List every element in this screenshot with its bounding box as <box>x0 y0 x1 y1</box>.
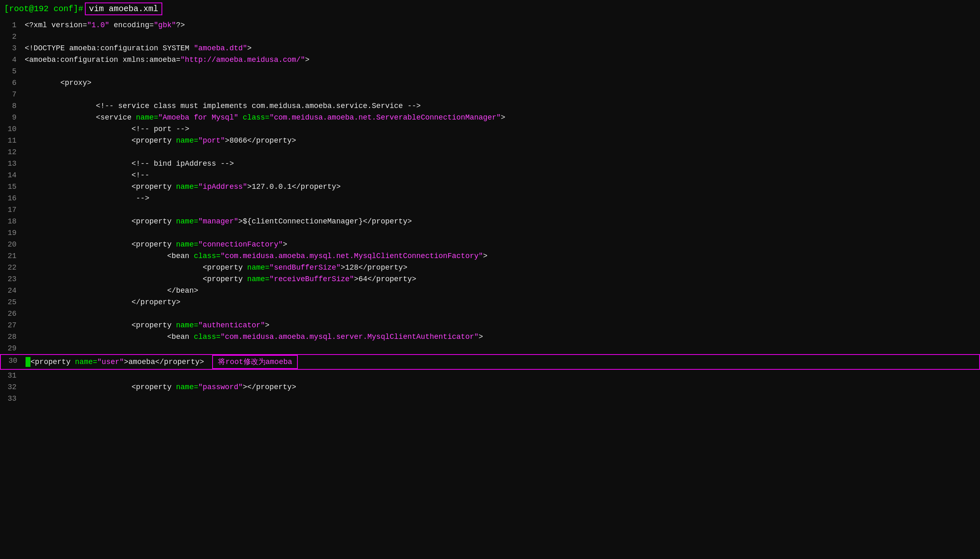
line-12: 12 <box>0 146 980 158</box>
line-25: 25 </property> <box>0 296 980 308</box>
line-19: 19 <box>0 227 980 239</box>
prompt-text: [root@192 conf]# <box>4 4 83 14</box>
line-23: 23 <property name="receiveBufferSize">64… <box>0 273 980 285</box>
command-box: vim amoeba.xml <box>85 2 162 15</box>
line-8: 8 <!-- service class must implements com… <box>0 100 980 112</box>
line-1: 1 <?xml version="1.0" encoding="gbk"?> <box>0 19 980 31</box>
line-7: 7 <box>0 89 980 100</box>
line-3: 3 <!DOCTYPE amoeba:configuration SYSTEM … <box>0 42 980 54</box>
annotation-box: 将root修改为amoeba <box>212 355 298 369</box>
line-11: 11 <property name="port">8066</property> <box>0 135 980 146</box>
line-22: 22 <property name="sendBufferSize">128</… <box>0 262 980 273</box>
line-13: 13 <!-- bind ipAddress --> <box>0 158 980 169</box>
line-5: 5 <box>0 66 980 77</box>
line-16: 16 --> <box>0 193 980 204</box>
line-30-highlighted: 30 <property name="user">amoeba</propert… <box>0 354 980 370</box>
line-28: 28 <bean class="com.meidusa.amoeba.mysql… <box>0 331 980 343</box>
line-26: 26 <box>0 308 980 319</box>
line-10: 10 <!-- port --> <box>0 123 980 135</box>
line-32: 32 <property name="password"></property> <box>0 381 980 393</box>
line-18: 18 <property name="manager">${clientConn… <box>0 216 980 227</box>
line-24: 24 </bean> <box>0 285 980 296</box>
line-29: 29 <box>0 343 980 354</box>
line-33: 33 <box>0 393 980 404</box>
prompt-line: [root@192 conf]# vim amoeba.xml <box>4 2 976 15</box>
terminal-window: [root@192 conf]# vim amoeba.xml 1 <?xml … <box>0 0 980 559</box>
line-21: 21 <bean class="com.meidusa.amoeba.mysql… <box>0 250 980 262</box>
top-bar: [root@192 conf]# vim amoeba.xml <box>0 0 980 18</box>
line-4: 4 <amoeba:configuration xmlns:amoeba="ht… <box>0 54 980 66</box>
line-14: 14 <!-- <box>0 169 980 181</box>
line-31: 31 <box>0 370 980 381</box>
code-area: 1 <?xml version="1.0" encoding="gbk"?> 2… <box>0 18 980 406</box>
line-20: 20 <property name="connectionFactory"> <box>0 239 980 250</box>
line-27: 27 <property name="authenticator"> <box>0 319 980 331</box>
line-15: 15 <property name="ipAddress">127.0.0.1<… <box>0 181 980 193</box>
line-2: 2 <box>0 31 980 42</box>
line-17: 17 <box>0 204 980 216</box>
line-6: 6 <proxy> <box>0 77 980 89</box>
line-9: 9 <service name="Amoeba for Mysql" class… <box>0 112 980 123</box>
